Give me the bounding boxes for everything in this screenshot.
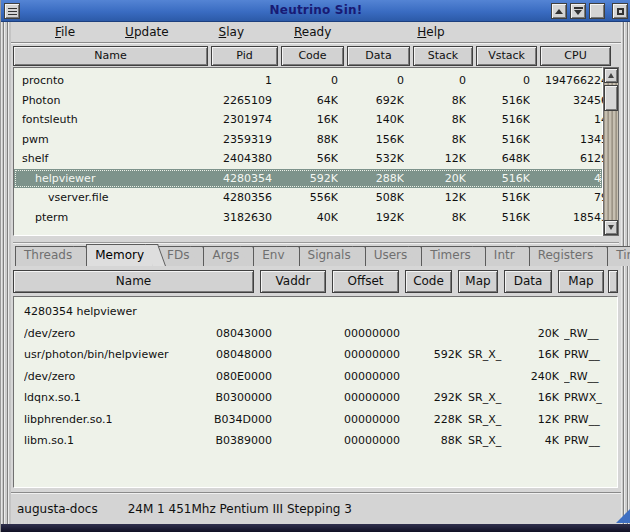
mem-col-header-map2[interactable]: Map [558,270,604,293]
cell-code: 40K [280,208,338,228]
cell-map: _RW__ [564,366,612,388]
window-frame-bottom[interactable] [1,524,630,532]
mem-col-header-map1[interactable]: Map [458,270,498,293]
cell-stack: 8K [410,110,466,130]
proc-col-header-data[interactable]: Data [347,46,410,66]
collapse-button[interactable] [551,3,567,19]
mem-col-header-code[interactable]: Code [405,270,452,293]
table-row[interactable]: libm.so.1 B0389000 00000000 88K SR_X_ 4K… [14,430,617,452]
cell-vaddr: 08048000 [212,344,272,366]
table-row[interactable]: vserver.file 4280356 556K 508K 12K 516K … [14,188,602,208]
table-row[interactable]: procnto 1 0 0 0 0 194766224 [14,71,602,91]
cell-name: shelf [22,149,187,169]
tab-registers[interactable]: Registers [529,246,614,266]
cell-pid: 2359319 [192,130,272,150]
menu-update[interactable]: Update [125,25,168,39]
cell-data: 240K [502,366,559,388]
tab-intr[interactable]: Intr [485,246,535,266]
menu-ready[interactable]: Ready [294,25,331,39]
scroll-up-button[interactable] [604,68,618,83]
scrollbar-thumb[interactable] [604,85,618,111]
table-row[interactable]: pterm 3182630 40K 192K 8K 516K 18543 [14,208,602,228]
cell-cpu: 32456 [524,91,608,111]
table-row[interactable]: Photon 2265109 64K 692K 8K 516K 32456 [14,91,602,111]
proc-col-header-stack[interactable]: Stack [413,46,473,66]
window-frame-left[interactable] [1,22,11,524]
collapse-icon [555,9,563,14]
cell-code: 56K [280,149,338,169]
table-row[interactable]: libphrender.so.1 B034D000 00000000 228K … [14,409,617,431]
cell-map: _RW__ [564,323,612,345]
cell-code: 88K [402,430,462,452]
proc-col-header-code[interactable]: Code [281,46,344,66]
tab-users[interactable]: Users [365,246,428,266]
cell-data: 12K [502,409,559,431]
tab-timers[interactable]: Timers [421,246,491,266]
proc-col-header-cpu[interactable]: CPU [540,46,611,66]
cell-data: 0 [346,71,404,91]
table-row-selected[interactable]: helpviewer 4280354 592K 288K 20K 516K 44 [14,169,602,189]
cell-code: 556K [280,188,338,208]
table-row[interactable]: /dev/zero 080E0000 00000000 240K _RW__ [14,366,617,388]
scroll-down-button[interactable] [604,220,618,235]
table-row[interactable]: 4280354 helpviewer [14,301,617,323]
status-sysinfo: 24M 1 451Mhz Pentium III Stepping 3 [128,502,352,516]
tab-args[interactable]: Args [203,246,259,266]
cell-data: 140K [346,110,404,130]
cell-data: 532K [346,149,404,169]
cell-map: PRW__ [564,409,612,431]
mem-col-header-vaddr[interactable]: Vaddr [260,270,326,293]
proc-col-header-vstack[interactable]: Vstack [476,46,537,66]
shade-button[interactable] [570,3,586,19]
cell-name: pterm [35,208,200,228]
table-row[interactable]: usr/photon/bin/helpviewer 08048000 00000… [14,344,617,366]
tabstrip: Threads Memory FDs Args Env Signals User… [13,242,619,266]
tab-signals[interactable]: Signals [299,246,371,266]
menu-slay[interactable]: Slay [219,25,244,39]
cell-vstack: 516K [472,188,530,208]
cell-cpu: 79 [524,188,608,208]
table-row[interactable]: ldqnx.so.1 B0300000 00000000 292K SR_X_ … [14,387,617,409]
resize-grip[interactable] [616,509,630,523]
status-hostname: augusta-docs [17,502,98,516]
table-row[interactable]: /dev/zero 08043000 00000000 20K _RW__ [14,323,617,345]
cell-offset: 00000000 [344,409,406,431]
cell-data: 192K [346,208,404,228]
tab-env[interactable]: Env [253,246,304,266]
proc-col-header-name[interactable]: Name [13,46,208,66]
table-row[interactable]: fontsleuth 2301974 16K 140K 8K 516K 14 [14,110,602,130]
tab-threads[interactable]: Threads [15,246,92,266]
arrow-down-icon [608,225,614,230]
cell-code: 228K [402,409,462,431]
close-button[interactable] [612,3,628,19]
cell-offset: 00000000 [344,430,406,452]
cell-pid: 3182630 [192,208,272,228]
titlebar[interactable]: Neutrino Sin! [1,0,630,22]
menu-help[interactable]: Help [417,25,444,39]
cell-vaddr [212,301,272,323]
proc-col-header-pid[interactable]: Pid [211,46,278,66]
statusbar: augusta-docs 24M 1 451Mhz Pentium III St… [11,492,621,524]
cell-vstack: 516K [472,169,530,189]
cell-cpu: 1345 [524,130,608,150]
maximize-button[interactable] [589,3,605,19]
table-row[interactable]: shelf 2404380 56K 532K 12K 648K 6129 [14,149,602,169]
tab-times[interactable]: Times [607,246,630,266]
app-window: Neutrino Sin! File Update Slay Ready Hel… [0,0,630,532]
cell-code [402,323,462,345]
mem-col-header-spacer[interactable] [608,270,618,293]
cell-cpu: 194766224 [524,71,608,91]
mem-col-header-offset[interactable]: Offset [332,270,399,293]
menu-file[interactable]: File [55,25,75,39]
cell-stack: 20K [410,169,466,189]
tab-fds[interactable]: FDs [158,246,209,266]
mem-col-header-name[interactable]: Name [13,270,254,293]
mem-col-header-data[interactable]: Data [504,270,552,293]
cell-code: 0 [280,71,338,91]
process-scrollbar[interactable] [603,67,619,236]
cell-map: PRW__ [564,344,612,366]
cell-data: 156K [346,130,404,150]
tab-memory[interactable]: Memory [86,244,164,266]
window-frame-right[interactable] [621,22,630,524]
table-row[interactable]: pwm 2359319 88K 156K 8K 516K 1345 [14,130,602,150]
